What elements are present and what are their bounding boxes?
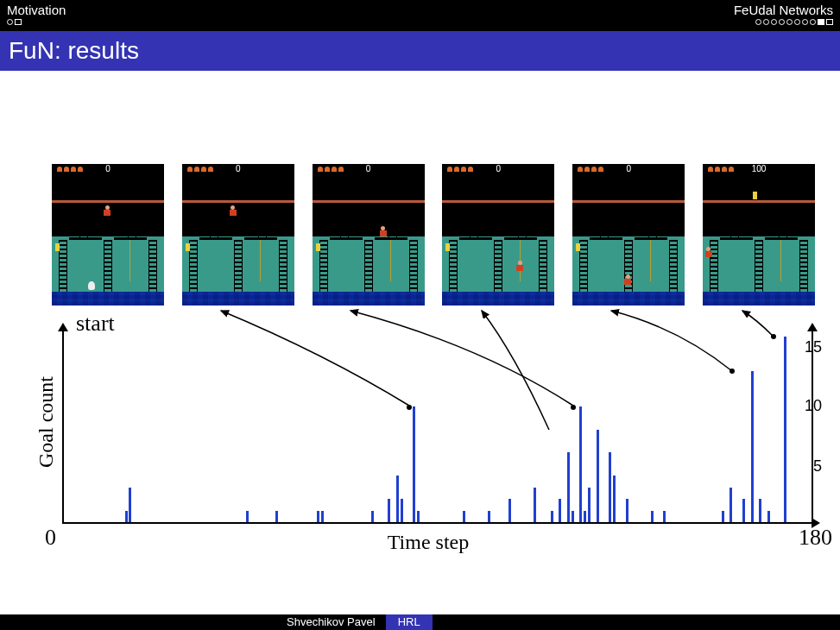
player-sprite	[624, 274, 631, 285]
key-icon	[445, 243, 450, 251]
chart-bar	[572, 511, 574, 522]
chart-y-axis	[62, 330, 64, 524]
skull-sprite	[88, 281, 95, 290]
chart-bar	[767, 511, 770, 522]
nav-progress-left	[7, 19, 66, 25]
game-score: 0	[572, 164, 685, 176]
progress-dot[interactable]	[15, 19, 22, 25]
progress-dot[interactable]	[771, 19, 777, 25]
chart-bar	[722, 511, 724, 522]
game-frame: 0	[572, 164, 685, 306]
goal-count-chart: Goal count Time step 0 180 15 10 5	[31, 330, 825, 563]
chart-bar	[508, 499, 511, 522]
slide-content: 0 0 0	[0, 71, 840, 614]
chart-bar	[759, 499, 761, 522]
chart-bar	[396, 476, 399, 522]
chart-bar	[609, 452, 611, 522]
key-icon	[316, 243, 320, 251]
game-frame: 0	[442, 164, 554, 306]
chart-bar	[401, 499, 403, 522]
arrow-up-icon	[58, 323, 68, 331]
game-frame: 100	[703, 164, 815, 306]
progress-dot[interactable]	[794, 19, 800, 25]
chart-xtick: 180	[799, 525, 832, 551]
chart-bar	[751, 371, 754, 522]
chart-bar	[663, 511, 666, 522]
chart-bar	[579, 406, 582, 522]
chart-bar	[463, 511, 465, 522]
chart-bar	[584, 511, 586, 522]
chart-bar	[246, 511, 249, 522]
game-score: 0	[52, 164, 164, 176]
slide-title-bar: FuN: results	[0, 31, 840, 71]
nav-section-right[interactable]: FeUdal Networks	[734, 3, 833, 17]
game-score: 0	[442, 164, 554, 176]
nav-progress-right	[755, 19, 833, 25]
game-frame: 0	[182, 164, 294, 306]
progress-dot[interactable]	[763, 19, 769, 25]
chart-x-axis-label: Time step	[388, 531, 469, 554]
game-score: 0	[182, 164, 294, 176]
footer-topic: HRL	[386, 614, 433, 630]
progress-dot-current[interactable]	[818, 19, 824, 25]
progress-dot[interactable]	[755, 19, 761, 25]
chart-bar	[559, 499, 561, 522]
chart-bar	[534, 488, 536, 522]
chart-bar	[626, 499, 628, 522]
chart-bar	[371, 511, 374, 522]
progress-dot[interactable]	[826, 19, 833, 25]
chart-bar	[317, 511, 319, 522]
section-nav-bar: Motivation FeUdal Networks	[0, 0, 840, 31]
game-frame: 0	[313, 164, 425, 306]
game-score: 0	[313, 164, 425, 176]
chart-bar	[275, 511, 278, 522]
chart-bar	[551, 511, 553, 522]
chart-y-axis-label: Goal count	[35, 376, 58, 468]
arrow-right-icon	[812, 518, 820, 528]
chart-bar	[742, 499, 745, 522]
chart-bar	[321, 511, 324, 522]
player-sprite	[230, 205, 237, 216]
player-sprite	[516, 261, 523, 271]
chart-bar	[651, 511, 654, 522]
chart-bar	[413, 406, 415, 522]
slide-title: FuN: results	[9, 37, 139, 65]
chart-ytick: 5	[813, 457, 822, 476]
key-icon	[55, 243, 60, 251]
chart-x-axis	[62, 522, 813, 524]
progress-dot[interactable]	[779, 19, 785, 25]
key-icon	[753, 192, 757, 199]
chart-bar	[729, 488, 732, 522]
chart-bar	[567, 452, 570, 522]
chart-y-axis-right	[812, 330, 813, 524]
chart-bar	[597, 430, 599, 523]
player-sprite	[705, 247, 712, 257]
chart-bar	[613, 476, 616, 522]
chart-ytick: 10	[805, 397, 822, 415]
progress-dot[interactable]	[7, 19, 13, 25]
chart-bar	[784, 337, 786, 522]
chart-xtick: 0	[45, 525, 56, 551]
key-icon	[186, 243, 190, 251]
chart-bar	[125, 511, 128, 522]
arrow-up-icon	[807, 323, 818, 331]
progress-dot[interactable]	[802, 19, 808, 25]
key-icon	[576, 243, 580, 251]
footer-author: Shvechikov Pavel	[276, 614, 386, 630]
chart-bar	[488, 511, 490, 522]
chart-bar	[129, 488, 131, 522]
chart-plot-area: 15 10 5	[62, 330, 813, 524]
progress-dot[interactable]	[810, 19, 816, 25]
game-frames-row: 0 0 0	[52, 164, 815, 306]
game-frame: 0	[52, 164, 164, 306]
player-sprite	[380, 226, 387, 236]
game-score: 100	[703, 164, 815, 176]
slide-footer: Shvechikov Pavel HRL	[0, 614, 840, 630]
chart-ytick: 15	[805, 338, 822, 356]
chart-bar	[388, 499, 390, 522]
chart-bar	[417, 511, 420, 522]
chart-bar	[588, 488, 591, 522]
nav-section-left[interactable]: Motivation	[7, 3, 66, 17]
player-sprite	[104, 205, 111, 216]
progress-dot[interactable]	[786, 19, 793, 25]
